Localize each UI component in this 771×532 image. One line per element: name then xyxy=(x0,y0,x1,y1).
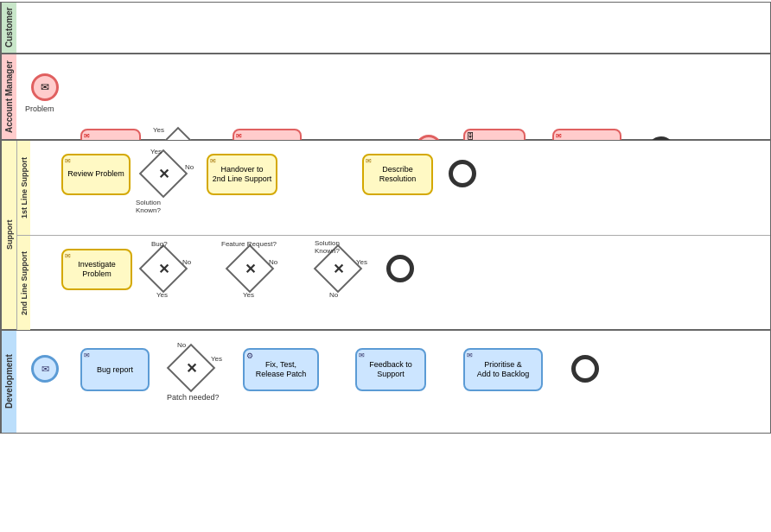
feedback-to-support-label: Feedback toSupport xyxy=(369,360,412,379)
solution-known-2-label: SolutionKnown? xyxy=(136,200,161,215)
no-patch: No xyxy=(177,341,186,349)
yes-label-solution: Yes xyxy=(153,126,164,134)
second-line-support-sublane: 2nd Line Support ✉ InvestigateProblem ✕ … xyxy=(16,236,770,331)
support-lane-label: Support xyxy=(1,141,16,329)
bug-gateway: ✕ xyxy=(139,244,188,294)
feature-request-label: Feature Request? xyxy=(221,240,277,248)
second-line-end-event xyxy=(386,255,414,282)
feedback-to-support-task: ✉ Feedback toSupport xyxy=(355,348,426,391)
bpmn-diagram: Customer Account Manager ✉ Problem ✉ Get… xyxy=(0,0,771,532)
fix-test-release-task: ⚙ Fix, Test,Release Patch xyxy=(243,348,319,391)
customer-lane: Customer xyxy=(0,2,771,54)
second-line-support-label: 2nd Line Support xyxy=(16,236,30,331)
development-lane: Development ✉ ✉ Bug report ✕ Patch neede… xyxy=(0,330,771,434)
prioritise-backlog-label: Prioritise &Add to Backlog xyxy=(477,360,530,379)
patch-needed-gateway: ✕ xyxy=(167,344,216,393)
yes-label-feature: Yes xyxy=(243,291,254,299)
describe-resolution-task: ✉ DescribeResolution xyxy=(362,154,433,195)
account-manager-lane: Account Manager ✉ Problem ✉ Get ProblemD… xyxy=(0,54,771,140)
support-lane: Support 1st Line Support ✉ Review Proble… xyxy=(0,140,771,330)
describe-resolution-label: DescribeResolution xyxy=(379,165,417,184)
fix-test-release-label: Fix, Test,Release Patch xyxy=(256,360,307,379)
customer-lane-label: Customer xyxy=(1,3,16,53)
review-problem-label: Review Problem xyxy=(67,169,124,180)
handover-2nd-task: ✉ Handover to2nd Line Support xyxy=(207,154,277,195)
yes-label-2: Yes xyxy=(150,148,162,155)
bug-report-task: ✉ Bug report xyxy=(80,348,150,391)
problem-start-event: ✉ xyxy=(31,73,59,101)
problem-label: Problem xyxy=(25,104,54,113)
solution-known-gateway-2: ✕ xyxy=(139,149,188,199)
development-end-event xyxy=(571,355,599,383)
investigate-problem-label: InvestigateProblem xyxy=(78,260,116,279)
no-label-2: No xyxy=(185,163,194,171)
no-label-bug: No xyxy=(182,258,191,266)
prioritise-backlog-task: ✉ Prioritise &Add to Backlog xyxy=(463,348,543,391)
yes-label-bug: Yes xyxy=(156,291,168,299)
yes-label-sol3: Yes xyxy=(356,258,367,266)
first-line-support-sublane: 1st Line Support ✉ Review Problem ✕ Solu… xyxy=(16,141,770,236)
handover-2nd-label: Handover to2nd Line Support xyxy=(213,165,272,184)
bug-report-start-event: ✉ xyxy=(31,355,59,383)
account-manager-lane-label: Account Manager xyxy=(1,54,16,139)
yes-patch: Yes xyxy=(211,355,222,363)
bug-report-label: Bug report xyxy=(97,365,133,375)
first-line-support-label: 1st Line Support xyxy=(16,141,30,235)
investigate-problem-task: ✉ InvestigateProblem xyxy=(61,249,132,290)
solution-known-3-label: SolutionKnown? xyxy=(315,240,340,256)
feature-request-gateway: ✕ xyxy=(226,244,275,294)
first-line-end-event xyxy=(449,160,476,187)
review-problem-task: ✉ Review Problem xyxy=(61,154,131,195)
no-label-sol3: No xyxy=(329,291,338,299)
development-lane-label: Development xyxy=(1,331,16,433)
no-label-feature: No xyxy=(269,258,277,266)
patch-needed-label: Patch needed? xyxy=(167,393,220,402)
bug-label: Bug? xyxy=(151,240,168,248)
